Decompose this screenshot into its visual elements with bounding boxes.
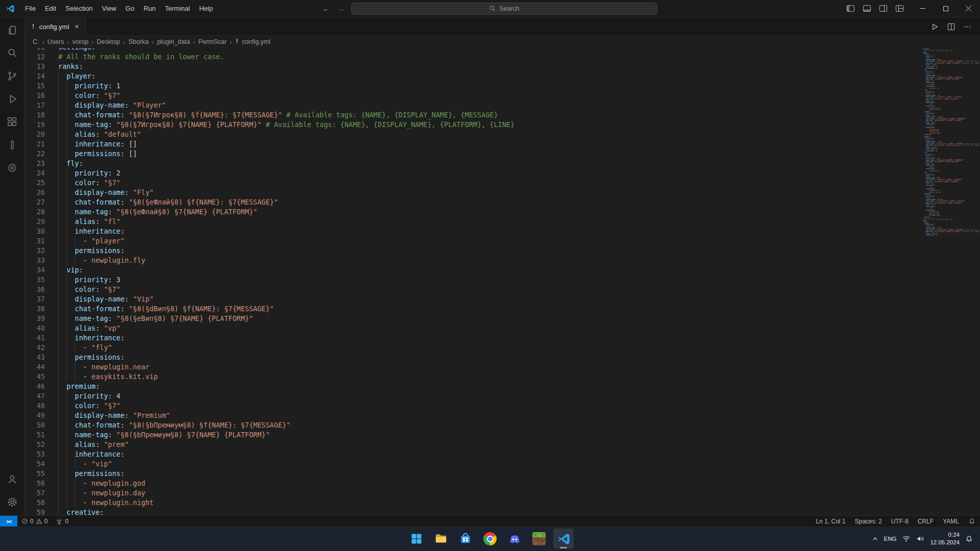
- encoding-setting[interactable]: UTF-8: [887, 516, 913, 527]
- cursor-position[interactable]: Ln 1, Col 1: [811, 516, 850, 527]
- breadcrumb-item[interactable]: plugin_data: [157, 38, 190, 45]
- menu-run[interactable]: Run: [139, 3, 160, 14]
- code-line[interactable]: 17 display-name: "Player": [24, 101, 923, 110]
- code-line[interactable]: 54 - "vip": [24, 459, 923, 469]
- code-line[interactable]: 15 priority: 1: [24, 81, 923, 91]
- code-line[interactable]: 24 priority: 2: [24, 168, 923, 178]
- code-line[interactable]: 45 - easykits.kit.vip: [24, 372, 923, 382]
- code-line[interactable]: 36 color: "§7": [24, 285, 923, 294]
- history-back-icon[interactable]: ←: [323, 5, 330, 12]
- notifications-bell-icon[interactable]: [964, 516, 980, 527]
- toggle-panel-icon[interactable]: [859, 2, 874, 15]
- ports-indicator[interactable]: 0: [52, 516, 72, 527]
- activity-settings-icon[interactable]: [0, 490, 24, 513]
- code-line[interactable]: 47 priority: 4: [24, 391, 923, 401]
- code-line[interactable]: 25 color: "§7": [24, 178, 923, 188]
- breadcrumb-item[interactable]: C:: [33, 38, 39, 45]
- search-input[interactable]: Search: [351, 3, 657, 15]
- code-line[interactable]: 29 alias: "fl": [24, 217, 923, 227]
- code-line[interactable]: 23 fly:: [24, 159, 923, 168]
- code-line[interactable]: 39 name-tag: "§8(§eВип§8) §7{NAME} {PLAT…: [24, 314, 923, 323]
- taskbar-minecraft-icon[interactable]: [529, 529, 549, 549]
- code-line[interactable]: 26 display-name: "Fly": [24, 188, 923, 197]
- code-line[interactable]: 59 creative:: [24, 508, 923, 515]
- taskbar-discord-icon[interactable]: [504, 529, 525, 549]
- code-line[interactable]: 35 priority: 3: [24, 275, 923, 285]
- code-line[interactable]: 46 premium:: [24, 382, 923, 391]
- code-line[interactable]: 32 permissions:: [24, 246, 923, 256]
- code-line[interactable]: 42 - "fly": [24, 343, 923, 353]
- code-line[interactable]: 49 display-name: "Premium": [24, 411, 923, 420]
- customize-layout-icon[interactable]: [892, 2, 907, 15]
- code-line[interactable]: 53 inheritance:: [24, 449, 923, 459]
- code-line[interactable]: 27 chat-format: "§8(§eФлай§8) §f{NAME}: …: [24, 197, 923, 207]
- menu-view[interactable]: View: [97, 3, 121, 14]
- wifi-icon[interactable]: [902, 535, 911, 542]
- maximize-button[interactable]: [934, 0, 957, 17]
- activity-run-and-debug-icon[interactable]: [0, 87, 24, 110]
- code-line[interactable]: 11settings:: [24, 48, 923, 52]
- tray-chevron-up-icon[interactable]: [872, 536, 878, 542]
- code-line[interactable]: 13ranks:: [24, 62, 923, 71]
- breadcrumb-item[interactable]: vorop: [72, 38, 88, 45]
- run-button[interactable]: [928, 20, 941, 33]
- toggle-secondary-sidebar-icon[interactable]: [875, 2, 891, 15]
- code-line[interactable]: 38 chat-format: "§8(§dВип§8) §f{NAME}: §…: [24, 304, 923, 314]
- menu-help[interactable]: Help: [194, 3, 217, 14]
- code-line[interactable]: 41 inheritance:: [24, 333, 923, 343]
- code-line[interactable]: 37 display-name: "Vip": [24, 294, 923, 304]
- menu-edit[interactable]: Edit: [40, 3, 61, 14]
- toggle-sidebar-icon[interactable]: [843, 2, 858, 15]
- editor-pane[interactable]: 11settings:12# All the ranks should be i…: [24, 48, 923, 515]
- activity-explorer-icon[interactable]: [0, 18, 24, 41]
- activity-search-icon[interactable]: [0, 41, 24, 64]
- menu-go[interactable]: Go: [121, 3, 139, 14]
- code-line[interactable]: 30 inheritance:: [24, 227, 923, 236]
- code-line[interactable]: 16 color: "§7": [24, 91, 923, 101]
- code-line[interactable]: 55 permissions:: [24, 469, 923, 479]
- more-actions-icon[interactable]: [961, 20, 974, 33]
- menu-selection[interactable]: Selection: [61, 3, 97, 14]
- close-tab-icon[interactable]: ×: [75, 22, 79, 31]
- code-line[interactable]: 50 chat-format: "§8(§bПремиум§8) §f{NAME…: [24, 420, 923, 430]
- eol-setting[interactable]: CRLF: [913, 516, 938, 527]
- code-line[interactable]: 21 inheritance: []: [24, 139, 923, 149]
- menu-file[interactable]: File: [20, 3, 40, 14]
- code-line[interactable]: 48 color: "§7": [24, 401, 923, 411]
- close-button[interactable]: [957, 0, 980, 17]
- code-line[interactable]: 52 alias: "prem": [24, 440, 923, 449]
- split-editor-icon[interactable]: [944, 20, 958, 33]
- volume-icon[interactable]: [916, 535, 924, 542]
- indentation-setting[interactable]: Spaces: 2: [850, 516, 886, 527]
- history-forward-icon[interactable]: →: [337, 5, 345, 12]
- code-line[interactable]: 31 - "player": [24, 236, 923, 246]
- taskbar-vscode-icon[interactable]: [553, 529, 574, 549]
- notification-center-bell-icon[interactable]: [965, 535, 973, 543]
- taskbar-microsoft-store-icon[interactable]: [455, 529, 476, 549]
- activity-accounts-icon[interactable]: [0, 467, 24, 490]
- activity-extensions-icon[interactable]: [0, 110, 24, 133]
- minimap[interactable]: settings:# All the ranks should be in lo…: [923, 48, 980, 515]
- code-line[interactable]: 28 name-tag: "§8(§eФлай§8) §7{NAME} {PLA…: [24, 207, 923, 217]
- breadcrumb-item[interactable]: Desktop: [96, 38, 120, 45]
- breadcrumb-item[interactable]: Users: [47, 38, 64, 45]
- code-line[interactable]: 12# All the ranks should be in lower cas…: [24, 52, 923, 62]
- problems-indicator[interactable]: 0 0: [17, 516, 52, 527]
- input-language-indicator[interactable]: ENG: [884, 536, 897, 542]
- tab-config-yml[interactable]: ! config.yml ×: [24, 17, 86, 36]
- activity-extension-2-icon[interactable]: [0, 156, 24, 179]
- taskbar-start-icon[interactable]: [406, 529, 427, 549]
- code-line[interactable]: 20 alias: "default": [24, 130, 923, 139]
- code-line[interactable]: 40 alias: "vp": [24, 323, 923, 333]
- code-line[interactable]: 19 name-tag: "§8(§7Игрок§8) §7{NAME} {PL…: [24, 120, 923, 130]
- code-line[interactable]: 56 - newplugin.god: [24, 479, 923, 488]
- menu-terminal[interactable]: Terminal: [160, 3, 194, 14]
- activity-source-control-icon[interactable]: [0, 64, 24, 87]
- taskbar-file-explorer-icon[interactable]: [431, 529, 451, 549]
- code-line[interactable]: 58 - newplugin.night: [24, 498, 923, 508]
- breadcrumb-item[interactable]: Sborka: [129, 38, 149, 45]
- code-line[interactable]: 22 permissions: []: [24, 149, 923, 159]
- breadcrumb-item[interactable]: PermScar: [199, 38, 227, 45]
- code-line[interactable]: 43 permissions:: [24, 353, 923, 362]
- language-mode[interactable]: YAML: [938, 516, 964, 527]
